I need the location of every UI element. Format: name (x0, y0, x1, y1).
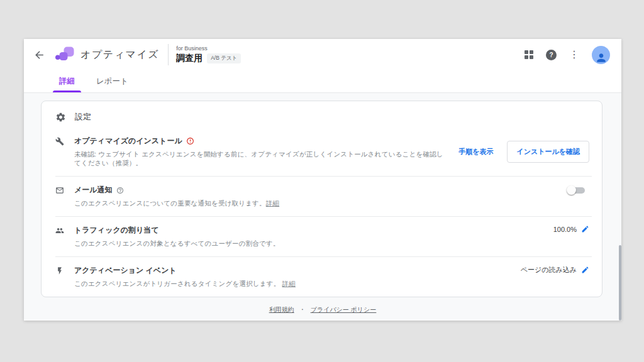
scrollbar-thumb[interactable] (619, 245, 621, 321)
person-icon (595, 52, 608, 64)
edit-traffic-icon[interactable] (581, 225, 589, 233)
settings-card: 設定 オプティマイズのインストール 未確認: ウェブサイト エクスペリエンスを開… (41, 101, 602, 297)
settings-row-traffic: トラフィックの割り当て このエクスペリエンスの対象となるすべてのユーザーの割合で… (42, 217, 602, 256)
gear-icon (55, 112, 66, 123)
tab-reports[interactable]: レポート (90, 70, 135, 92)
email-row-title: メール通知 (74, 185, 113, 195)
help-circle-icon[interactable] (116, 187, 124, 194)
optimize-logo-icon (55, 47, 74, 63)
terms-link[interactable]: 利用規約 (269, 306, 294, 313)
experience-name: 調査用 (176, 53, 203, 64)
wrench-icon (55, 137, 64, 146)
activation-value: ページの読み込み (521, 265, 577, 275)
app-header: オプティマイズ for Business 調査用 A/B テスト ? ⋮ (24, 39, 621, 70)
app-title: オプティマイズ (80, 48, 159, 62)
tab-bar: 詳細 レポート (24, 70, 621, 93)
email-learn-more-link[interactable]: 詳細 (266, 199, 279, 207)
edit-activation-icon[interactable] (581, 266, 589, 274)
avatar[interactable] (592, 46, 610, 64)
traffic-row-description: このエクスペリエンスの対象となるすべてのユーザーの割合です。 (74, 239, 543, 248)
more-vertical-icon[interactable]: ⋮ (569, 50, 579, 60)
experience-type-badge: A/B テスト (207, 53, 241, 63)
plan-label: for Business (176, 45, 241, 52)
activation-row-title: アクティベーション イベント (74, 265, 177, 276)
tab-details-label: 詳細 (59, 76, 75, 87)
arrow-back-icon (33, 49, 45, 61)
legal-footer: 利用規約・プライバシー ポリシー (24, 305, 621, 314)
optimize-window: オプティマイズ for Business 調査用 A/B テスト ? ⋮ 詳細 … (24, 39, 621, 321)
people-icon (55, 226, 64, 235)
tab-reports-label: レポート (96, 76, 128, 87)
traffic-value: 100.0% (553, 226, 577, 233)
settings-row-activation: アクティベーション イベント このエクスペリエンスがトリガーされるタイミングを選… (42, 257, 602, 297)
show-steps-button[interactable]: 手順を表示 (458, 147, 493, 156)
traffic-row-title: トラフィックの割り当て (74, 225, 159, 236)
settings-row-email: メール通知 このエクスペリエンスについての重要な通知を受け取ります。詳細 (42, 177, 602, 216)
check-install-button[interactable]: インストールを確認 (507, 141, 589, 163)
footer-separator: ・ (299, 306, 306, 313)
content-area: 設定 オプティマイズのインストール 未確認: ウェブサイト エクスペリエンスを開… (24, 93, 621, 320)
email-toggle[interactable] (567, 185, 586, 195)
email-row-description: このエクスペリエンスについての重要な通知を受け取ります。 (74, 199, 266, 207)
lightning-icon (55, 266, 64, 275)
toggle-thumb (567, 185, 576, 195)
back-button[interactable] (31, 47, 47, 62)
privacy-link[interactable]: プライバシー ポリシー (311, 306, 377, 313)
settings-title: 設定 (75, 111, 91, 123)
settings-card-header: 設定 (42, 101, 602, 128)
header-divider (168, 44, 169, 65)
tab-details[interactable]: 詳細 (53, 70, 81, 92)
error-icon (186, 137, 194, 145)
activation-learn-more-link[interactable]: 詳細 (282, 280, 296, 287)
experience-info: for Business 調査用 A/B テスト (176, 45, 241, 64)
activation-row-description: このエクスペリエンスがトリガーされるタイミングを選択します。 (74, 280, 280, 287)
settings-row-install: オプティマイズのインストール 未確認: ウェブサイト エクスペリエンスを開始する… (42, 128, 602, 176)
help-icon[interactable]: ? (546, 50, 557, 60)
mail-icon (55, 186, 64, 195)
install-row-title: オプティマイズのインストール (74, 136, 182, 146)
install-row-description: 未確認: ウェブサイト エクスペリエンスを開始する前に、オプティマイズが正しくイ… (74, 150, 448, 168)
apps-grid-icon[interactable] (525, 50, 533, 59)
